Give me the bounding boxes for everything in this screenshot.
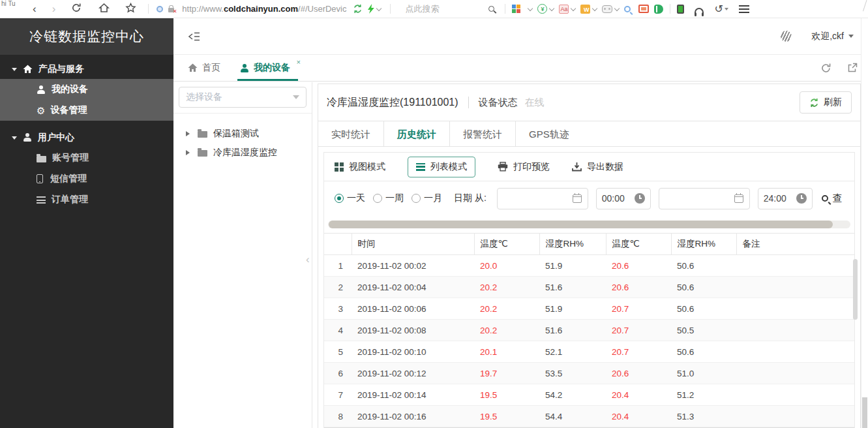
date-from-input[interactable] bbox=[503, 193, 573, 204]
download-icon bbox=[572, 162, 582, 172]
dropdown-caret-icon[interactable] bbox=[592, 5, 597, 10]
device-select-placeholder: 选择设备 bbox=[186, 91, 222, 103]
ext-dictionary-icon[interactable] bbox=[654, 5, 663, 14]
panel-collapse-icon[interactable]: ‹ bbox=[306, 253, 310, 266]
time-from-value[interactable]: 00:00 bbox=[602, 193, 625, 204]
clock-icon[interactable] bbox=[635, 193, 645, 204]
address-bar[interactable]: http://www.coldchainyun.com/#/UserDevic bbox=[182, 4, 346, 14]
undo-dropdown-caret-icon[interactable] bbox=[725, 8, 728, 12]
list-mode-button[interactable]: 列表模式 bbox=[408, 157, 475, 177]
view-mode-button[interactable]: 视图模式 bbox=[335, 161, 385, 173]
sidebar-group-user-center[interactable]: 用户中心 bbox=[0, 127, 173, 147]
search-button[interactable]: 查 bbox=[822, 192, 843, 205]
user-icon bbox=[240, 64, 249, 72]
tree-node-incubator-test[interactable]: 保温箱测试 bbox=[173, 124, 312, 143]
table-cell: 6 bbox=[324, 363, 352, 384]
bookmark-star-icon[interactable] bbox=[125, 3, 136, 15]
close-icon[interactable]: × bbox=[297, 58, 301, 66]
table-row[interactable]: 62019-11-02 00:1219.753.520.651.0 bbox=[324, 363, 854, 384]
tab-history-stats[interactable]: 历史统计 bbox=[384, 121, 450, 146]
sidebar-item-account-management[interactable]: 账号管理 bbox=[0, 147, 173, 168]
page-scrollbar-thumb[interactable] bbox=[862, 397, 867, 428]
tab-home[interactable]: 首页 bbox=[188, 55, 220, 81]
device-tree-panel: 选择设备 保温箱测试 冷库温湿度监控 bbox=[173, 82, 312, 428]
browser-menu-icon[interactable] bbox=[739, 5, 749, 13]
table-row[interactable]: 72019-11-02 00:1419.554.220.451.2 bbox=[324, 384, 854, 406]
refresh-button[interactable]: 刷新 bbox=[800, 91, 852, 114]
ext-tv-icon[interactable] bbox=[638, 5, 649, 13]
table-cell bbox=[736, 277, 854, 298]
dropdown-caret-icon[interactable] bbox=[528, 5, 533, 10]
radio-one-week[interactable] bbox=[373, 194, 382, 203]
table-cell: 20.2 bbox=[474, 277, 539, 298]
home-icon[interactable] bbox=[98, 3, 110, 15]
ext-apps-grid-icon[interactable] bbox=[512, 5, 520, 13]
reload-icon[interactable] bbox=[71, 3, 82, 15]
ext-zoom-icon[interactable] bbox=[624, 6, 631, 12]
sidebar-item-my-devices[interactable]: 我的设备 bbox=[0, 79, 173, 100]
insecure-lock-icon[interactable] bbox=[168, 8, 174, 12]
url-domain: coldchainyun.com bbox=[224, 4, 298, 14]
search-icon[interactable] bbox=[488, 6, 494, 12]
radio-one-month[interactable] bbox=[412, 194, 421, 203]
caret-down-icon bbox=[12, 68, 17, 74]
ext-gamepad-icon[interactable] bbox=[602, 5, 612, 13]
address-dropdown-icon[interactable] bbox=[376, 5, 382, 10]
tab-my-devices[interactable]: 我的设备 × bbox=[240, 55, 298, 81]
dropdown-caret-icon[interactable] bbox=[571, 5, 576, 10]
back-icon[interactable]: ‹ bbox=[33, 3, 37, 14]
table-row[interactable]: 32019-11-02 00:0620.251.920.750.6 bbox=[324, 298, 854, 320]
horizontal-scrollbar-thumb[interactable] bbox=[329, 221, 833, 228]
dropdown-caret-icon[interactable] bbox=[549, 5, 554, 10]
table-row[interactable]: 12019-11-02 00:0220.051.920.650.6 bbox=[324, 255, 854, 277]
sidebar-item-sms-management[interactable]: 短信管理 bbox=[0, 168, 173, 189]
radio-one-day[interactable] bbox=[335, 194, 344, 203]
theme-icon[interactable] bbox=[781, 31, 792, 42]
sidebar-fold-icon[interactable] bbox=[188, 31, 200, 42]
undo-history-icon[interactable]: ↺ bbox=[714, 4, 723, 14]
page-scrollbar[interactable] bbox=[861, 18, 868, 428]
list-icon bbox=[416, 163, 425, 171]
print-preview-button[interactable]: 打印预览 bbox=[498, 161, 550, 173]
table-scrollbar-thumb[interactable] bbox=[853, 259, 858, 320]
device-select[interactable]: 选择设备 bbox=[179, 87, 307, 108]
forward-icon[interactable]: › bbox=[52, 3, 56, 14]
table-row[interactable]: 42019-11-02 00:0820.251.620.750.5 bbox=[324, 320, 854, 341]
ext-wallet-shield-icon[interactable]: ¥ bbox=[537, 4, 547, 14]
speed-bolt-icon[interactable] bbox=[368, 4, 374, 14]
grid-icon bbox=[335, 162, 344, 172]
table-row[interactable]: 22019-11-02 00:0420.251.620.650.6 bbox=[324, 277, 854, 298]
refresh-icon[interactable] bbox=[820, 63, 831, 74]
tab-gps-track[interactable]: GPS轨迹 bbox=[516, 121, 582, 146]
browser-search-input[interactable] bbox=[405, 4, 488, 14]
time-to-value[interactable]: 24:00 bbox=[764, 193, 786, 204]
tree-node-cold-storage[interactable]: 冷库温湿度监控 bbox=[173, 143, 312, 162]
tab-realtime-stats[interactable]: 实时统计 bbox=[318, 121, 384, 146]
sidebar-group-products[interactable]: 产品与服务 bbox=[0, 59, 173, 79]
battery-icon[interactable] bbox=[677, 5, 684, 14]
sidebar-item-order-management[interactable]: 订单管理 bbox=[0, 189, 173, 210]
export-data-button[interactable]: 导出数据 bbox=[572, 161, 623, 173]
device-detail-panel: 冷库温湿度监控(191101001) 设备状态 在线 刷新 实时统计 历史统计 … bbox=[318, 84, 861, 428]
calendar-icon[interactable] bbox=[734, 194, 743, 203]
horizontal-scrollbar[interactable] bbox=[328, 221, 850, 228]
page-refresh-green-icon[interactable] bbox=[353, 4, 363, 14]
sidebar-item-device-management[interactable]: ⚙ 设备管理 bbox=[0, 100, 173, 121]
ext-reader-icon[interactable]: Aa bbox=[559, 5, 569, 14]
browser-tab-fragment[interactable]: hi Tu bbox=[0, 0, 33, 9]
headphones-icon[interactable] bbox=[695, 8, 704, 14]
table-cell: 2019-11-02 00:08 bbox=[352, 320, 474, 341]
open-external-icon[interactable] bbox=[847, 63, 858, 73]
table-row[interactable]: 82019-11-02 00:1619.554.420.451.3 bbox=[324, 406, 854, 427]
dropdown-caret-icon[interactable] bbox=[614, 5, 620, 10]
date-to-input[interactable] bbox=[665, 193, 734, 204]
user-icon bbox=[23, 133, 32, 142]
user-menu[interactable]: 欢迎,ckf bbox=[811, 31, 854, 42]
calendar-icon[interactable] bbox=[573, 194, 582, 203]
clock-icon[interactable] bbox=[796, 193, 807, 204]
table-row[interactable]: 52019-11-02 00:1020.152.120.750.6 bbox=[324, 341, 854, 363]
ext-translate-icon[interactable]: W bbox=[580, 5, 590, 14]
site-indicator-icon[interactable] bbox=[157, 6, 163, 12]
tab-alarm-stats[interactable]: 报警统计 bbox=[450, 121, 516, 146]
divider bbox=[670, 4, 670, 14]
